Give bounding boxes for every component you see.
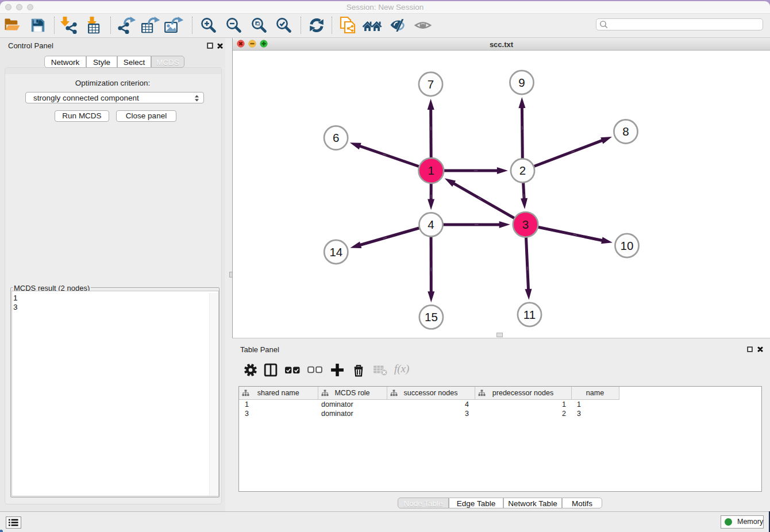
svg-text:9: 9 xyxy=(518,76,525,89)
svg-text:14: 14 xyxy=(329,245,342,259)
svg-text:1: 1 xyxy=(428,164,434,177)
svg-text:2: 2 xyxy=(519,164,526,177)
svg-text:8: 8 xyxy=(622,125,629,138)
svg-text:3: 3 xyxy=(522,218,529,231)
svg-text:10: 10 xyxy=(621,239,634,252)
svg-text:6: 6 xyxy=(333,131,339,144)
svg-text:4: 4 xyxy=(428,218,434,231)
svg-text:15: 15 xyxy=(425,310,438,323)
svg-text:11: 11 xyxy=(523,308,536,321)
svg-text:7: 7 xyxy=(428,78,434,91)
